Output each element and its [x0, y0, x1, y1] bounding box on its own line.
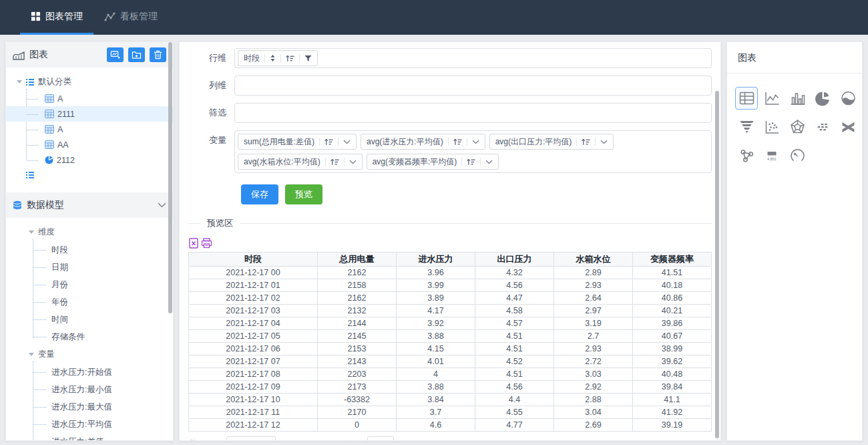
chart-type-scatter[interactable] — [761, 116, 783, 138]
goto-page-input[interactable] — [367, 436, 394, 441]
order-icon[interactable] — [453, 138, 462, 146]
chevron-down-icon[interactable] — [343, 140, 351, 144]
table-cell: 2170 — [318, 406, 397, 419]
chart-item[interactable]: 2112 — [6, 152, 173, 168]
tab-dashboard-management[interactable]: 看板管理 — [93, 0, 168, 35]
variable-item[interactable]: 进水压力:最大值 — [6, 398, 173, 416]
delete-button[interactable] — [150, 47, 166, 62]
chevron-down-icon[interactable] — [485, 160, 493, 164]
variable-tag[interactable]: avg(水箱水位:平均值) — [238, 154, 363, 170]
tree-category-default[interactable]: 默认分类 — [6, 73, 173, 91]
prev-page-button[interactable]: ❮ — [283, 440, 292, 441]
chart-type-bar[interactable] — [786, 87, 809, 110]
chart-type-gauge[interactable] — [786, 144, 809, 167]
variable-tag[interactable]: avg(变频器频率:平均值) — [367, 154, 499, 170]
caret-down-icon[interactable] — [17, 80, 22, 84]
row-dimension-input[interactable]: 时段 — [234, 48, 712, 68]
chart-item-selected[interactable]: 2111 — [6, 106, 173, 122]
chart-item[interactable]: A — [6, 91, 173, 106]
order-icon[interactable] — [582, 138, 590, 146]
chart-type-graph[interactable] — [735, 144, 758, 167]
table-cell: 4.52 — [475, 355, 554, 368]
table-header-row: 时段 总用电量 进水压力 出口压力 水箱水位 变频器频率 — [189, 253, 712, 267]
export-excel-icon[interactable] — [188, 238, 199, 249]
variable-item[interactable]: 进水压力:平均值 — [6, 416, 173, 433]
card-value-label: 4,801 — [767, 157, 777, 161]
variable-tag[interactable]: avg(出口压力:平均值) — [489, 134, 614, 150]
chart-item-label: 2111 — [57, 110, 75, 119]
caret-down-icon[interactable] — [29, 231, 34, 234]
tab-chart-management[interactable]: 图表管理 — [20, 0, 93, 35]
table-cell: 4.58 — [475, 305, 554, 317]
filter-funnel-icon[interactable] — [304, 55, 312, 62]
tree-group-variables[interactable]: 变量 — [6, 345, 173, 363]
variable-label: 进水压力:开始值 — [51, 367, 112, 378]
order-icon[interactable] — [467, 158, 475, 166]
charts-tree: 默认分类 A 2111 A AA 2112 — [6, 67, 173, 187]
card-type-icon: 4,801 — [764, 148, 781, 164]
data-model-header[interactable]: 数据模型 — [6, 192, 173, 218]
dimension-item[interactable]: 月份 — [6, 276, 173, 293]
variables-input[interactable]: sum(总用电量:差值) avg(进水压力:平均值) avg(出口压力:平均值) — [234, 130, 712, 173]
chart-type-radar[interactable] — [786, 116, 809, 138]
variable-item[interactable]: 进水压力:开始值 — [6, 363, 173, 381]
table-cell: 2.7 — [554, 330, 633, 343]
preview-button[interactable]: 预览 — [285, 184, 322, 204]
pie-chart-icon — [45, 156, 53, 164]
chart-type-heatmap[interactable] — [811, 116, 834, 138]
add-folder-icon — [132, 51, 142, 59]
variable-label: 进水压力:差值 — [51, 436, 103, 442]
column-header: 变频器频率 — [633, 253, 712, 267]
page-size-select[interactable]: 30条/页 — [226, 436, 276, 441]
chart-type-line[interactable] — [761, 87, 783, 110]
divider-line — [188, 223, 200, 224]
chevron-down-icon[interactable] — [600, 140, 608, 144]
category-label: 默认分类 — [38, 76, 71, 88]
save-button[interactable]: 保存 — [241, 184, 278, 204]
table-chart-icon — [45, 94, 54, 103]
add-category-row[interactable] — [6, 168, 173, 180]
chevron-down-icon[interactable] — [349, 160, 357, 164]
variable-item[interactable]: 进水压力:差值 — [6, 433, 173, 441]
next-page-button[interactable]: ❯ — [317, 440, 327, 441]
chart-type-sankey[interactable] — [837, 116, 859, 138]
add-folder-button[interactable] — [128, 47, 145, 62]
add-chart-button[interactable] — [107, 47, 124, 62]
tree-group-dimensions[interactable]: 维度 — [6, 223, 173, 241]
column-dimension-input[interactable] — [234, 76, 712, 96]
order-icon[interactable] — [331, 158, 339, 166]
print-icon[interactable] — [201, 238, 212, 249]
filter-input[interactable] — [234, 103, 712, 123]
order-icon[interactable] — [324, 138, 333, 146]
chart-type-card[interactable]: 4,801 — [761, 144, 783, 167]
collapse-control[interactable] — [158, 202, 166, 208]
sidebar-scrollbar[interactable] — [168, 42, 172, 313]
dimension-item[interactable]: 时段 — [6, 241, 173, 259]
variable-item[interactable]: 进水压力:最小值 — [6, 381, 173, 398]
chart-type-liquid[interactable] — [837, 87, 859, 110]
order-icon[interactable] — [286, 55, 294, 62]
chart-item-label: 2112 — [57, 156, 75, 165]
dimension-item[interactable]: 时间 — [6, 311, 173, 328]
sort-updown-icon[interactable] — [270, 54, 276, 62]
editor-scrollbar[interactable] — [715, 91, 719, 438]
table-cell: 4.57 — [475, 317, 554, 330]
table-row: 2021-12-17 0621534.154.512.9338.99 — [189, 343, 712, 355]
chart-type-funnel[interactable] — [735, 116, 758, 138]
sankey-type-icon — [840, 119, 857, 135]
chart-item[interactable]: AA — [6, 137, 173, 152]
chart-type-pie[interactable] — [811, 87, 834, 110]
dimension-item[interactable]: 年份 — [6, 293, 173, 311]
table-cell: 41.1 — [633, 394, 712, 406]
variable-tag[interactable]: avg(进水压力:平均值) — [361, 134, 485, 150]
current-page[interactable]: 1 — [300, 440, 310, 441]
dimension-item[interactable]: 日期 — [6, 259, 173, 276]
chart-item[interactable]: A — [6, 122, 173, 137]
variable-tag[interactable]: sum(总用电量:差值) — [238, 134, 357, 150]
caret-down-icon[interactable] — [29, 353, 34, 356]
row-dimension-tag[interactable]: 时段 — [238, 50, 318, 66]
chart-type-table[interactable] — [735, 87, 758, 110]
table-cell: 40.18 — [633, 279, 712, 292]
chevron-down-icon[interactable] — [472, 140, 479, 144]
dimension-item[interactable]: 存储条件 — [6, 328, 173, 345]
